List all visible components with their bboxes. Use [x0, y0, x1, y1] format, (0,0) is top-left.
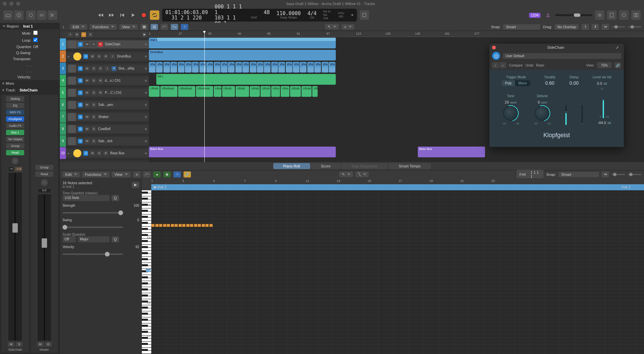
plugin-expand-button[interactable]: ⤢: [616, 45, 621, 50]
plugin-view-menu[interactable]: 75%: [597, 62, 612, 68]
track-icon[interactable]: [68, 65, 76, 73]
track-name-label[interactable]: SideChain: [105, 42, 143, 46]
region[interactable]: sha: [192, 62, 199, 73]
region[interactable]: sha: [185, 62, 192, 73]
track-number[interactable]: 8: [60, 123, 66, 135]
track-m-button[interactable]: M: [85, 139, 89, 144]
global-solo-button[interactable]: S: [88, 32, 93, 37]
track-s-button[interactable]: S: [91, 127, 96, 131]
pr-catch-content-button[interactable]: ▶: [132, 182, 139, 188]
region[interactable]: sha: [199, 62, 206, 73]
loop-browser-button[interactable]: [619, 10, 629, 20]
more-disclosure[interactable]: More: [0, 80, 59, 87]
track-number[interactable]: 9: [60, 135, 66, 147]
pr-vertical-zoom-slider[interactable]: [612, 174, 625, 175]
track-s-button[interactable]: S: [91, 78, 96, 83]
mute-button[interactable]: M: [8, 342, 14, 347]
track-name-label[interactable]: Shaker: [98, 115, 143, 119]
pr-horizontal-zoom-slider[interactable]: [628, 174, 641, 175]
strength-value[interactable]: 100: [131, 204, 139, 207]
automation-mode[interactable]: Read: [6, 150, 24, 155]
pr-midi-out-icon[interactable]: ◉: [163, 171, 171, 178]
lcd-display[interactable]: 01:01:06:03.0931 2 1 220 000 1 1 1 1103 …: [162, 9, 357, 22]
lcd-div[interactable]: /16: [310, 16, 314, 19]
record-button[interactable]: [139, 10, 149, 20]
pr-velocity-slider[interactable]: [63, 253, 123, 255]
master-pan-knob[interactable]: [40, 178, 49, 187]
track-number[interactable]: 10: [60, 147, 66, 159]
piano-roll-region-strip[interactable]: ▶ Inst 1Inst 1: [151, 184, 644, 190]
track-m-button[interactable]: M: [85, 90, 89, 95]
track-m-button[interactable]: M: [90, 54, 95, 59]
lcd-tempo-mode[interactable]: Keep Tempo: [280, 16, 297, 19]
lcd-bpm-num[interactable]: 48: [264, 10, 270, 15]
region[interactable]: sha: [293, 62, 299, 73]
region[interactable]: sha: [307, 62, 314, 73]
master-volume-button[interactable]: [360, 10, 369, 20]
track-s-button[interactable]: S: [91, 139, 96, 144]
region-disclosure[interactable]: Region: Inst 1: [0, 23, 59, 30]
tone-knob[interactable]: [503, 106, 518, 121]
tonality-slider[interactable]: [565, 105, 567, 125]
pan-knob[interactable]: [11, 157, 19, 165]
horizontal-zoom-slider[interactable]: [628, 26, 641, 28]
track-s-button[interactable]: S: [91, 42, 96, 47]
lcd-sig[interactable]: 4/4: [308, 11, 317, 16]
plugin-window[interactable]: SideChain ⤢ ⏻ User Default ‹ › Compare U…: [489, 44, 624, 147]
midi-note[interactable]: [202, 224, 205, 227]
midi-note[interactable]: [171, 224, 174, 227]
list-editors-button[interactable]: [595, 10, 604, 20]
region[interactable]: Bass Bus: [418, 147, 485, 157]
region[interactable]: sha: [228, 62, 235, 73]
swing-value[interactable]: 0: [131, 218, 139, 222]
peak-display[interactable]: -1.8: [15, 167, 22, 171]
track-name-label[interactable]: DrumBus: [117, 54, 143, 58]
region[interactable]: Ultrab: [222, 86, 235, 97]
detune-knob[interactable]: [535, 106, 550, 121]
region[interactable]: Ultrabeat: [160, 86, 177, 97]
track-icon[interactable]: [68, 89, 76, 97]
track-name-label[interactable]: Bass Bus: [110, 151, 143, 155]
region[interactable]: Ultra: [281, 86, 289, 97]
damp-slider[interactable]: [581, 105, 583, 125]
region[interactable]: Ultrab: [236, 86, 249, 97]
sq-apply-button[interactable]: Q: [112, 236, 119, 242]
plugin-preset-menu[interactable]: User Default: [503, 53, 621, 59]
tab-smart-tempo[interactable]: Smart Tempo: [389, 163, 431, 169]
track-power-button[interactable]: ⏻: [83, 54, 88, 59]
sq-scale-menu[interactable]: Major: [78, 236, 110, 242]
plugin-power-button[interactable]: ⏻: [492, 52, 500, 60]
region-mute-checkbox[interactable]: [33, 31, 38, 35]
lcd-mode-menu[interactable]: [351, 14, 354, 16]
swing-slider[interactable]: [63, 227, 123, 228]
region[interactable]: sha: [329, 62, 335, 73]
instrument-slot[interactable]: Klopfgeist: [6, 116, 24, 122]
region[interactable]: sha: [286, 62, 292, 73]
region[interactable]: Ultrab: [260, 86, 271, 97]
track-name-label[interactable]: d…s | Ch1: [105, 79, 143, 82]
cycle-button[interactable]: [150, 10, 159, 20]
region[interactable]: Ultrabeat: [178, 86, 195, 97]
track-m-button[interactable]: M: [85, 103, 89, 107]
close-window-button[interactable]: [3, 2, 7, 6]
region[interactable]: sha: [178, 62, 185, 73]
lcd-out[interactable]: No Out: [323, 13, 331, 20]
arrange-edit-menu[interactable]: Edit: [70, 24, 87, 30]
library-button[interactable]: [3, 10, 13, 20]
pr-left-tool[interactable]: ↖: [339, 171, 353, 177]
plugin-undo-button[interactable]: Undo: [525, 64, 533, 67]
region[interactable]: sha: [235, 62, 242, 73]
region[interactable]: sha: [264, 62, 271, 73]
arrange-view-menu[interactable]: View: [119, 24, 138, 30]
track-header[interactable]: ⏻MSRP…C | Ch1: [66, 89, 149, 97]
vertical-autozoom-icon[interactable]: ⇕: [592, 24, 599, 30]
region[interactable]: sha: [242, 62, 249, 73]
output-slot[interactable]: No Output: [6, 136, 24, 142]
track-s-button[interactable]: S: [91, 66, 96, 71]
master-peak-display[interactable]: 0.0: [38, 188, 51, 193]
region[interactable]: sha: [278, 62, 285, 73]
track-r-button[interactable]: R: [98, 78, 103, 83]
master-level[interactable]: [555, 14, 592, 16]
group-slot[interactable]: Group: [6, 143, 24, 149]
track-header[interactable]: ⏻MSSab…tick: [66, 137, 149, 145]
